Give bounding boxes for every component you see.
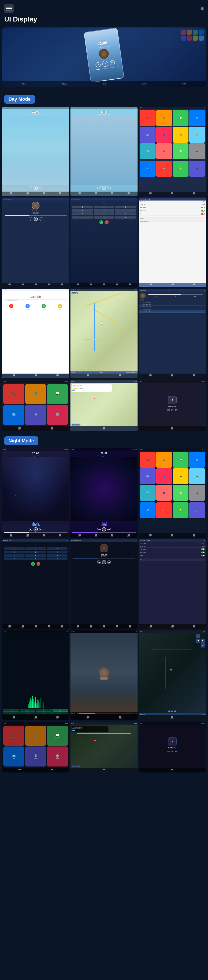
night-track-info: Music Title Music Album Music Artist bbox=[71, 553, 137, 558]
eq-btn-3[interactable]: JAZZ bbox=[36, 709, 52, 711]
night-extra-2[interactable]: 🚘 bbox=[156, 502, 172, 518]
night-video-icon[interactable]: 🎬 bbox=[156, 485, 172, 501]
map-center-btn[interactable]: ◎ bbox=[174, 711, 176, 712]
eq-btn-7[interactable]: VOCAL bbox=[36, 712, 52, 714]
app-icon-extra-2[interactable]: 🚘 bbox=[156, 161, 172, 177]
bt-app-icon[interactable]: 🔵 bbox=[156, 127, 172, 143]
shortcut-2[interactable]: G Google bbox=[20, 304, 35, 310]
carplay-settings-btn[interactable]: ⚙️ Settings bbox=[47, 405, 68, 425]
call-accept-btn[interactable]: 📞 bbox=[99, 220, 103, 224]
next-btn[interactable]: ⏭ bbox=[175, 408, 178, 411]
google-search-box[interactable]: 🔍 Search or type URL bbox=[4, 299, 67, 302]
night-music-icon[interactable]: 🎵 bbox=[156, 452, 172, 468]
night-nav-icon[interactable]: 🧭 bbox=[173, 485, 189, 501]
call-end-btn[interactable]: 📵 bbox=[105, 220, 109, 224]
night-go-btn[interactable]: GO bbox=[72, 730, 76, 731]
zoom-in-btn[interactable]: + bbox=[168, 711, 170, 712]
video-prev[interactable]: ⏮ bbox=[71, 713, 73, 715]
go-button[interactable]: GO bbox=[72, 390, 76, 391]
menu-button[interactable] bbox=[4, 4, 14, 13]
messages-app-icon[interactable]: 💬 bbox=[173, 110, 189, 126]
wifi-app-icon[interactable]: 📡 bbox=[140, 143, 156, 159]
carplay-podcast-btn[interactable]: 🎙️ Podcasts bbox=[25, 405, 46, 425]
shortcut-4[interactable]: N News bbox=[52, 304, 68, 310]
app-icon-extra-4[interactable]: 📺 bbox=[189, 161, 205, 177]
play-btn-np[interactable]: ▶ bbox=[172, 408, 173, 411]
night-radio-icon[interactable]: 📻 bbox=[189, 468, 205, 484]
car-app-icon[interactable]: 🚗 bbox=[189, 143, 205, 159]
carplay-maps-btn[interactable]: 🗺️ Maps bbox=[3, 405, 24, 425]
night-phone-icon[interactable]: 📞 bbox=[140, 452, 156, 468]
music-app-icon[interactable]: 🎵 bbox=[156, 110, 172, 126]
night-carplay-phone[interactable]: 📞 Phone bbox=[3, 726, 24, 746]
video-app-icon[interactable]: 🎬 bbox=[156, 143, 172, 159]
eq-btn-2[interactable]: ROCK bbox=[19, 709, 36, 711]
night-setting-pin: Device pin0000 bbox=[139, 545, 206, 548]
song-item-4[interactable]: 4 林俊杰_江南.mp3 bbox=[139, 308, 205, 310]
carplay-phone-btn[interactable]: 📞 Phone bbox=[3, 384, 24, 404]
settings-app-icon[interactable]: ⚙️ bbox=[189, 110, 205, 126]
photo-app-icon[interactable]: 📷 bbox=[173, 127, 189, 143]
eq-btn-5[interactable]: BASS bbox=[3, 712, 19, 714]
nav-icon[interactable]: ≡ bbox=[201, 6, 204, 11]
night-maps-icon[interactable]: 🗺️ bbox=[140, 468, 156, 484]
night-map-status: 09:35GPS bbox=[139, 630, 206, 633]
nav-up-btn[interactable]: ▲ bbox=[196, 634, 200, 638]
maps-app-icon[interactable]: 🗺️ bbox=[140, 127, 156, 143]
night-music-card-1: 20:08●●● WiFi 20:08 A soothing piece of … bbox=[2, 448, 69, 538]
bt-music-controls: ⏮ ⏸ ⏭ bbox=[3, 217, 68, 221]
night-bt-music-title: Bluetooth_Music ▼ bbox=[71, 539, 137, 542]
nav-down-btn[interactable]: ▼ bbox=[200, 643, 205, 648]
night-extra-3[interactable]: 💡 bbox=[173, 502, 189, 518]
night-msg-icon[interactable]: 💬 bbox=[173, 452, 189, 468]
zoom-out-btn[interactable]: - bbox=[171, 711, 173, 712]
night-prev-btn[interactable]: ⏮ bbox=[167, 750, 170, 753]
eq-btn-6[interactable]: TREBLE bbox=[19, 712, 36, 714]
night-carplay-maps[interactable]: 🗺️ Maps bbox=[3, 746, 24, 767]
prev-btn[interactable]: ⏮ bbox=[167, 408, 170, 411]
eq-btn-8[interactable]: CLUB bbox=[52, 712, 69, 714]
video-next[interactable]: ⏭ bbox=[76, 713, 78, 715]
app-icon-extra-3[interactable]: 💡 bbox=[173, 161, 189, 177]
song-item-5[interactable]: 5 华晨宇_双飞.mp3 bbox=[139, 310, 205, 313]
night-carplay-settings[interactable]: ⚙️ Settings bbox=[47, 746, 68, 767]
night-photo-icon[interactable]: 📷 bbox=[173, 468, 189, 484]
night-call-accept[interactable]: 📞 bbox=[31, 562, 35, 566]
night-carplay-messages[interactable]: 💬 Messages bbox=[47, 726, 68, 746]
eq-btn-1[interactable]: POP bbox=[3, 709, 19, 711]
night-auto-connect: Auto connect bbox=[139, 551, 206, 554]
night-car-icon[interactable]: 🚗 bbox=[189, 485, 205, 501]
shortcut-3[interactable]: M Maps bbox=[36, 304, 52, 310]
day-music-card-2: 20:08●●● WiFi 20:08 A soothing piece of … bbox=[71, 107, 137, 196]
night-carplay-music[interactable]: 🎵 Music bbox=[25, 726, 46, 746]
night-next-btn[interactable]: ⏭ bbox=[175, 750, 178, 753]
song-item-1[interactable]: 1 华晨宇_花花.mp3 bbox=[139, 301, 205, 303]
night-app-icon-grid: 📞 🎵 💬 ⚙️ 🗺️ 🔵 📷 📻 📡 🎬 🧭 🚗 bbox=[139, 451, 206, 501]
carplay-messages-btn[interactable]: 💬 Messages bbox=[47, 384, 68, 404]
song-item-2[interactable]: 2 周杰伦_稻香.mp3 bbox=[139, 303, 205, 305]
night-settings-title: Bluetooth_Settings ▼ bbox=[139, 539, 206, 542]
nav-left-btn[interactable]: ◀ bbox=[196, 639, 200, 643]
carplay-music-btn[interactable]: 🎵 Music bbox=[25, 384, 46, 404]
phone-app-icon[interactable]: 📞 bbox=[140, 110, 156, 126]
app-icon-extra-1[interactable]: ✈️ bbox=[140, 161, 156, 177]
night-extra-1[interactable]: ✈️ bbox=[140, 502, 156, 518]
night-subtitle-2: A soothing piece of music bbox=[71, 455, 137, 457]
hero-phone-mockup: 20:08 A soothing piano at midnight ⏮ ⏸ ⏭ bbox=[84, 27, 124, 83]
night-bt-icon[interactable]: 🔵 bbox=[156, 468, 172, 484]
night-settings-icon[interactable]: ⚙️ bbox=[189, 452, 205, 468]
night-call-end[interactable]: 📵 bbox=[36, 562, 40, 566]
night-carplay-podcast[interactable]: 🎙️ Podcasts bbox=[25, 746, 46, 767]
eq-btn-4[interactable]: FLAT bbox=[52, 709, 69, 711]
video-play[interactable]: ▶ bbox=[74, 713, 75, 715]
night-play-btn[interactable]: ▶ bbox=[172, 750, 173, 753]
shortcut-1[interactable]: Y YouTube bbox=[3, 304, 19, 310]
radio-app-icon[interactable]: 📻 bbox=[189, 127, 205, 143]
nav-app-icon[interactable]: 🧭 bbox=[173, 143, 189, 159]
nav-right-btn[interactable]: ▶ bbox=[200, 639, 205, 643]
night-wifi-icon[interactable]: 📡 bbox=[140, 485, 156, 501]
video-controls-bar: ⏮ ▶ ⏭ 01:23 bbox=[71, 713, 137, 715]
night-extra-4[interactable]: 📺 bbox=[189, 502, 205, 518]
bt-call-title: Bluetooth_Call ▼ bbox=[71, 197, 137, 200]
song-item-3[interactable]: 3 邓紫棋_泡沫.mp3 bbox=[139, 305, 205, 308]
